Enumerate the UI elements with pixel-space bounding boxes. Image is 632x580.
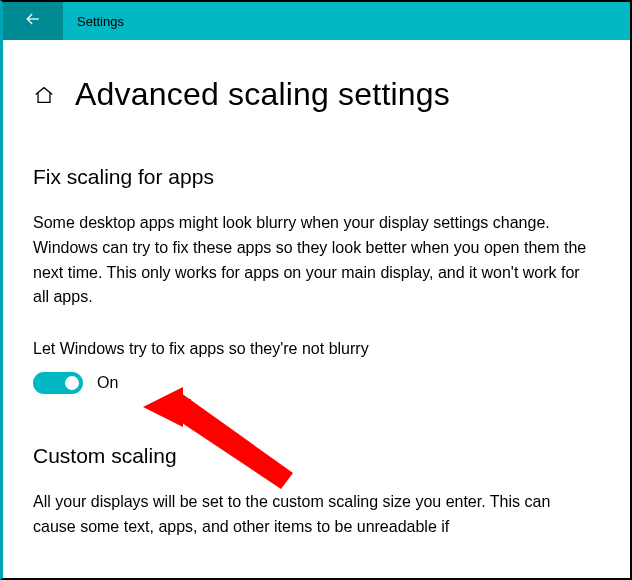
toggle-label-fix-blurry: Let Windows try to fix apps so they're n… — [33, 340, 600, 358]
window-title: Settings — [63, 14, 124, 29]
back-button[interactable] — [3, 2, 63, 40]
home-icon[interactable] — [33, 84, 55, 106]
section-heading-fix-scaling: Fix scaling for apps — [33, 165, 600, 189]
section-heading-custom-scaling: Custom scaling — [33, 444, 600, 468]
toggle-fix-blurry[interactable] — [33, 372, 83, 394]
page-header: Advanced scaling settings — [33, 76, 600, 113]
toggle-row-fix-blurry: On — [33, 372, 600, 394]
toggle-knob — [65, 376, 79, 390]
page-title: Advanced scaling settings — [75, 76, 450, 113]
back-arrow-icon — [23, 9, 43, 33]
content-area: Advanced scaling settings Fix scaling fo… — [3, 40, 630, 540]
section-body-custom-scaling: All your displays will be set to the cus… — [33, 490, 593, 540]
titlebar: Settings — [3, 2, 630, 40]
section-body-fix-scaling: Some desktop apps might look blurry when… — [33, 211, 593, 310]
toggle-state-label: On — [97, 374, 118, 392]
